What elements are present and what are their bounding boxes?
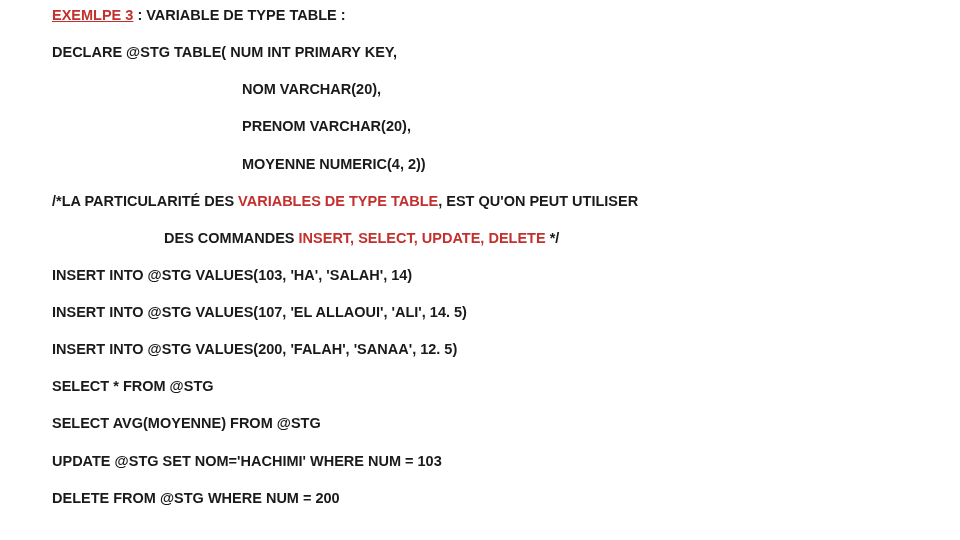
insert-3: INSERT INTO @STG VALUES(200, 'FALAH', 'S… <box>52 340 920 358</box>
title-accent: EXEMLPE 3 <box>52 7 133 23</box>
comment-2a: DES COMMANDES <box>164 230 299 246</box>
comment-1c: , EST QU'ON PEUT UTILISER <box>438 193 638 209</box>
comment-2c: */ <box>546 230 560 246</box>
comment-line-2: DES COMMANDES INSERT, SELECT, UPDATE, DE… <box>52 229 920 247</box>
title-rest: : VARIABLE DE TYPE TABLE : <box>133 7 345 23</box>
insert-1: INSERT INTO @STG VALUES(103, 'HA', 'SALA… <box>52 266 920 284</box>
comment-1a: /*LA PARTICULARITÉ DES <box>52 193 238 209</box>
insert-2: INSERT INTO @STG VALUES(107, 'EL ALLAOUI… <box>52 303 920 321</box>
code-slide: EXEMLPE 3 : VARIABLE DE TYPE TABLE : DEC… <box>0 0 960 507</box>
comment-1b: VARIABLES DE TYPE TABLE <box>238 193 438 209</box>
select-1: SELECT * FROM @STG <box>52 377 920 395</box>
comment-line-1: /*LA PARTICULARITÉ DES VARIABLES DE TYPE… <box>52 192 920 210</box>
update-line: UPDATE @STG SET NOM='HACHIMI' WHERE NUM … <box>52 452 920 470</box>
comment-2b: INSERT, SELECT, UPDATE, DELETE <box>299 230 546 246</box>
delete-line: DELETE FROM @STG WHERE NUM = 200 <box>52 489 920 507</box>
col-moyenne: MOYENNE NUMERIC(4, 2)) <box>52 155 920 173</box>
title-line: EXEMLPE 3 : VARIABLE DE TYPE TABLE : <box>52 6 920 24</box>
select-2: SELECT AVG(MOYENNE) FROM @STG <box>52 414 920 432</box>
declare-line: DECLARE @STG TABLE( NUM INT PRIMARY KEY, <box>52 43 920 61</box>
col-nom: NOM VARCHAR(20), <box>52 80 920 98</box>
col-prenom: PRENOM VARCHAR(20), <box>52 117 920 135</box>
